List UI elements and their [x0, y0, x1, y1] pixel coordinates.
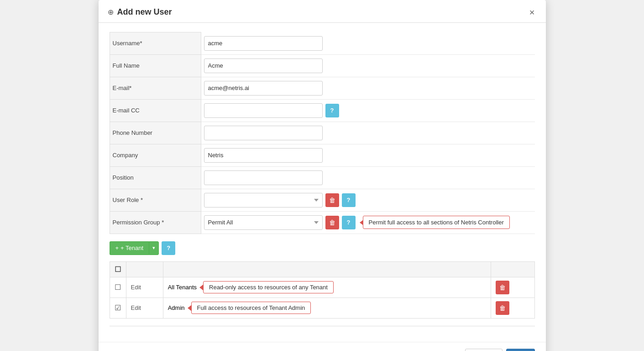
phone-label: Phone Number — [110, 122, 201, 144]
username-label: Username* — [110, 32, 201, 55]
permissiongroup-row: Permission Group * Permit All 🗑 ? Permit… — [110, 211, 535, 234]
add-tenant-info-button[interactable]: ? — [162, 241, 175, 255]
tenant-row2-tooltip-text: Full access to resources of Tenant Admin — [197, 304, 305, 311]
tenant-row2-name: Admin — [168, 304, 185, 311]
userrole-row-actions: 🗑 ? — [204, 193, 532, 207]
tenant-row1-delete-button[interactable]: 🗑 — [496, 281, 509, 294]
userrole-select[interactable] — [204, 193, 323, 207]
tenant-header-edit — [126, 261, 163, 277]
fullname-label: Full Name — [110, 54, 201, 77]
permissiongroup-tooltip-text: Permit full access to all sections of Ne… — [369, 219, 504, 226]
permissiongroup-delete-button[interactable]: 🗑 — [325, 216, 339, 229]
tenant-row1-name-wrap: All Tenants Read-only access to resource… — [168, 281, 486, 293]
user-form-table: Username* Full Name E-mail* — [110, 32, 535, 234]
permissiongroup-label: Permission Group * — [110, 211, 201, 234]
modal-title-row: ⊕ Add new User — [108, 7, 172, 17]
fullname-input[interactable] — [204, 58, 323, 73]
position-input[interactable] — [204, 170, 323, 185]
table-row: ☐ Edit All Tenants Read-only access to r… — [110, 277, 534, 298]
trash-icon-row1: 🗑 — [499, 284, 506, 291]
tenant-header-row: ☐ — [110, 261, 534, 277]
tenant-row2-checkbox-cell: ☑ — [110, 298, 126, 318]
permissiongroup-input-cell: Permit All 🗑 ? Permit full access to all… — [201, 211, 535, 234]
permissiongroup-row-actions: Permit All 🗑 ? Permit full access to all… — [204, 215, 532, 230]
emailcc-row-actions: ? — [204, 103, 532, 118]
add-button[interactable]: Add — [506, 349, 535, 351]
table-row: ☑ Edit Admin Full access to resources of… — [110, 298, 534, 318]
tenant-row2-checkbox-icon[interactable]: ☑ — [115, 304, 121, 312]
trash-icon-row2: 🗑 — [499, 304, 506, 312]
userrole-label: User Role * — [110, 189, 201, 211]
email-input-cell — [201, 77, 535, 99]
userrole-input-cell: 🗑 ? — [201, 189, 535, 211]
add-tenant-label: + Tenant — [120, 245, 143, 251]
company-row: Company — [110, 144, 535, 166]
tenant-row2-name-wrap: Admin Full access to resources of Tenant… — [168, 302, 486, 314]
emailcc-row: E-mail CC ? — [110, 99, 535, 122]
userrole-info-button[interactable]: ? — [342, 193, 356, 207]
footer-divider — [110, 326, 535, 326]
emailcc-info-button[interactable]: ? — [325, 104, 339, 117]
tenant-header-name — [163, 261, 491, 277]
username-input[interactable] — [204, 36, 323, 51]
tenant-row1-checkbox-icon[interactable]: ☐ — [115, 283, 121, 291]
permissiongroup-info-button[interactable]: ? — [342, 216, 356, 229]
plus-icon: + — [115, 245, 119, 251]
modal-header: ⊕ Add new User × — [99, 0, 546, 23]
email-input[interactable] — [204, 81, 323, 96]
position-row: Position — [110, 166, 535, 189]
tenant-row1-checkbox-cell: ☐ — [110, 277, 126, 298]
modal-footer: Cancel Add — [99, 342, 546, 351]
modal-title: Add new User — [117, 7, 172, 17]
permissiongroup-tooltip: Permit full access to all sections of Ne… — [363, 216, 510, 229]
tenant-row2-edit-link[interactable]: Edit — [131, 304, 141, 311]
username-input-cell — [201, 32, 535, 55]
phone-input[interactable] — [204, 126, 323, 140]
header-checkbox-icon[interactable]: ☐ — [115, 266, 121, 273]
emailcc-input[interactable] — [204, 103, 323, 118]
add-tenant-button[interactable]: + + Tenant — [110, 241, 149, 255]
tenant-row2-delete-cell: 🗑 — [491, 298, 534, 318]
userrole-delete-button[interactable]: 🗑 — [325, 193, 339, 207]
add-tenant-group: + + Tenant ▾ — [110, 241, 159, 255]
email-row: E-mail* — [110, 77, 535, 99]
add-user-modal: ⊕ Add new User × Username* Full Name — [99, 0, 546, 351]
emailcc-label: E-mail CC — [110, 99, 201, 122]
tenant-header-checkbox: ☐ — [110, 261, 126, 277]
tenant-row1-delete-cell: 🗑 — [491, 277, 534, 298]
tenant-table: ☐ ☐ Edit — [110, 261, 535, 319]
tenant-row1-name-cell: All Tenants Read-only access to resource… — [163, 277, 491, 298]
company-label: Company — [110, 144, 201, 166]
userrole-row: User Role * 🗑 ? — [110, 189, 535, 211]
move-icon: ⊕ — [108, 8, 114, 16]
close-button[interactable]: × — [529, 8, 535, 17]
emailcc-input-cell: ? — [201, 99, 535, 122]
trash-icon-perm: 🗑 — [329, 219, 335, 226]
permissiongroup-select[interactable]: Permit All — [204, 215, 323, 230]
tenant-row1-edit-link[interactable]: Edit — [131, 284, 141, 291]
phone-input-cell — [201, 122, 535, 144]
email-label: E-mail* — [110, 77, 201, 99]
add-tenant-dropdown-button[interactable]: ▾ — [149, 241, 159, 255]
trash-icon: 🗑 — [329, 197, 335, 204]
tenant-row1-tooltip: Read-only access to resources of any Ten… — [203, 281, 334, 293]
tenant-row2-tooltip: Full access to resources of Tenant Admin — [191, 302, 311, 314]
tenant-header-delete — [491, 261, 534, 277]
caret-down-icon: ▾ — [152, 245, 155, 251]
tenant-row2-delete-button[interactable]: 🗑 — [496, 301, 509, 315]
tenant-row2-name-cell: Admin Full access to resources of Tenant… — [163, 298, 491, 318]
tenant-row2-edit-cell: Edit — [126, 298, 163, 318]
tenant-row1-tooltip-text: Read-only access to resources of any Ten… — [209, 284, 328, 291]
tenant-table-header: ☐ — [110, 261, 534, 277]
position-input-cell — [201, 166, 535, 189]
cancel-button[interactable]: Cancel — [465, 349, 503, 351]
company-input[interactable] — [204, 148, 323, 163]
fullname-row: Full Name — [110, 54, 535, 77]
tenant-row1-name: All Tenants — [168, 284, 197, 291]
username-row: Username* — [110, 32, 535, 55]
position-label: Position — [110, 166, 201, 189]
fullname-input-cell — [201, 54, 535, 77]
add-tenant-row: + + Tenant ▾ ? — [110, 241, 535, 255]
tenant-table-body: ☐ Edit All Tenants Read-only access to r… — [110, 277, 534, 318]
phone-row: Phone Number — [110, 122, 535, 144]
